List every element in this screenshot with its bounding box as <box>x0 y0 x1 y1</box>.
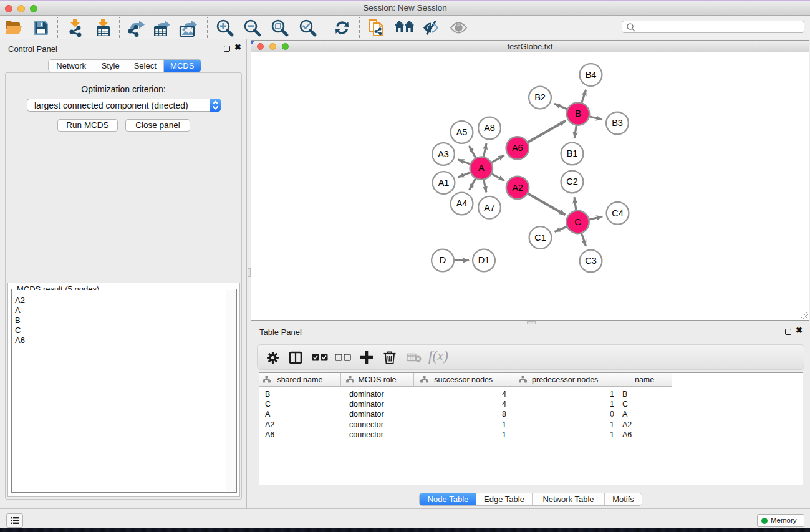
svg-text:A8: A8 <box>484 123 495 133</box>
svg-text:B4: B4 <box>586 70 597 80</box>
svg-text:A1: A1 <box>438 178 450 188</box>
svg-text:C4: C4 <box>612 208 624 218</box>
svg-text:A3: A3 <box>438 149 449 159</box>
svg-text:D1: D1 <box>478 255 490 265</box>
svg-text:B: B <box>575 109 581 118</box>
svg-text:C2: C2 <box>566 177 578 186</box>
svg-text:A: A <box>478 163 485 173</box>
svg-text:C: C <box>574 217 581 227</box>
svg-text:A2: A2 <box>512 183 523 193</box>
svg-text:C3: C3 <box>585 256 597 266</box>
svg-text:A4: A4 <box>456 198 468 208</box>
svg-text:A7: A7 <box>484 203 495 213</box>
svg-text:A6: A6 <box>512 143 523 153</box>
svg-text:D: D <box>440 255 446 265</box>
svg-text:B2: B2 <box>534 92 546 102</box>
svg-text:B1: B1 <box>567 148 578 158</box>
svg-text:A5: A5 <box>456 127 468 137</box>
svg-text:B3: B3 <box>612 118 623 128</box>
svg-text:C1: C1 <box>534 233 546 243</box>
